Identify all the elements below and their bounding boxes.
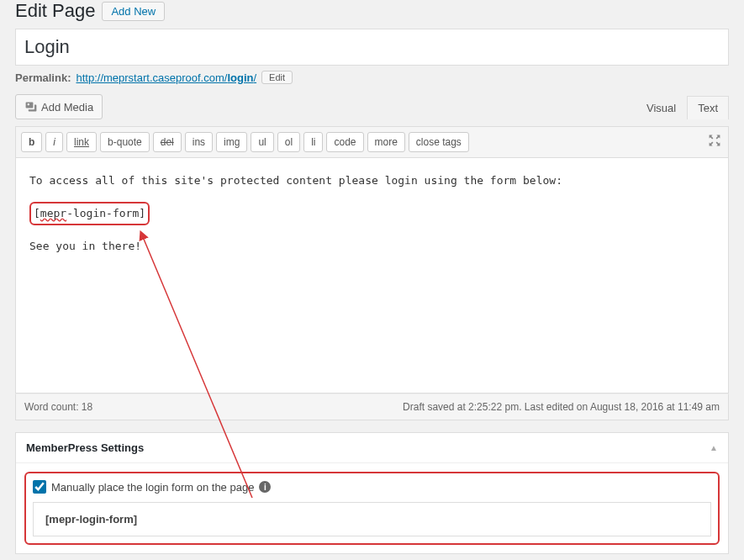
- add-media-button[interactable]: Add Media: [15, 94, 103, 119]
- shortcode-display: [mepr-login-form]: [33, 502, 711, 536]
- metabox-title: MemberPress Settings: [26, 441, 144, 454]
- toolbar-more-button[interactable]: more: [367, 132, 405, 152]
- editor-toolbar: b i link b-quote del ins img ul ol li co…: [15, 126, 729, 158]
- add-new-button[interactable]: Add New: [102, 2, 165, 21]
- info-icon[interactable]: i: [259, 481, 271, 493]
- post-title-input[interactable]: [15, 29, 729, 66]
- word-count: Word count: 18: [24, 401, 92, 413]
- metabox-toggle-icon[interactable]: ▲: [710, 443, 718, 452]
- toolbar-link-button[interactable]: link: [66, 132, 97, 152]
- shortcode-highlight: [mepr-login-form]: [29, 202, 150, 225]
- editor-textarea[interactable]: To access all of this site's protected c…: [15, 158, 729, 394]
- toolbar-img-button[interactable]: img: [216, 132, 247, 152]
- toolbar-ol-button[interactable]: ol: [277, 132, 300, 152]
- toolbar-ul-button[interactable]: ul: [251, 132, 273, 152]
- toolbar-code-button[interactable]: code: [326, 132, 363, 152]
- toolbar-ins-button[interactable]: ins: [185, 132, 213, 152]
- memberpress-metabox: MemberPress Settings ▲ Manually place th…: [15, 432, 729, 554]
- manual-placement-checkbox[interactable]: [33, 480, 46, 494]
- save-status: Draft saved at 2:25:22 pm. Last edited o…: [403, 401, 720, 413]
- page-title: Edit Page: [15, 0, 95, 22]
- toolbar-li-button[interactable]: li: [303, 132, 323, 152]
- toolbar-bold-button[interactable]: b: [21, 132, 42, 152]
- permalink-label: Permalink:: [15, 71, 71, 84]
- toolbar-close-tags-button[interactable]: close tags: [409, 132, 469, 152]
- toolbar-bquote-button[interactable]: b-quote: [100, 132, 150, 152]
- tab-visual[interactable]: Visual: [636, 96, 687, 119]
- edit-slug-button[interactable]: Edit: [261, 71, 293, 84]
- permalink-link[interactable]: http://meprstart.caseproof.com/login/: [76, 71, 256, 84]
- manual-placement-label[interactable]: Manually place the login form on the pag…: [51, 481, 254, 494]
- toolbar-italic-button[interactable]: i: [45, 132, 63, 152]
- toolbar-del-button[interactable]: del: [153, 132, 182, 152]
- tab-text[interactable]: Text: [687, 96, 729, 119]
- settings-highlight-box: Manually place the login form on the pag…: [24, 472, 720, 545]
- fullscreen-icon[interactable]: [708, 134, 721, 150]
- media-icon: [24, 100, 38, 114]
